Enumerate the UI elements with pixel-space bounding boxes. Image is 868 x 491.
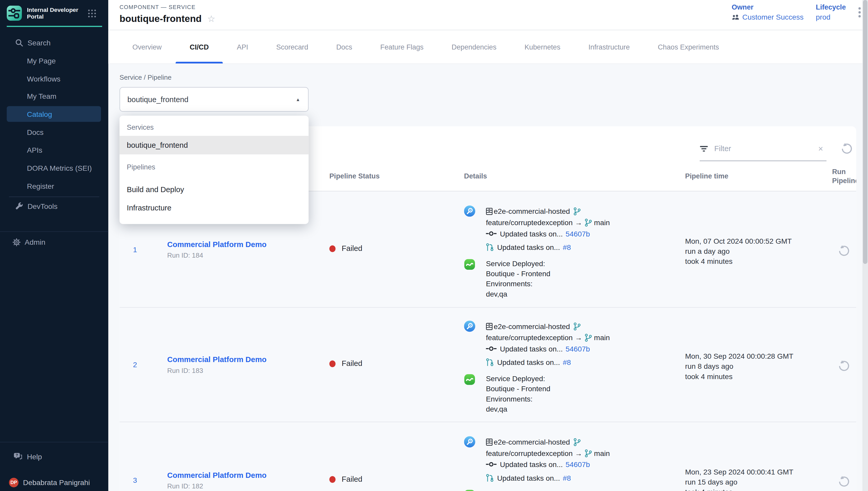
sidebar-item-apis[interactable]: APIs: [0, 142, 108, 158]
sidebar: Internal Developer Portal Search My Page…: [0, 0, 108, 491]
page-title: boutique-frontend: [120, 13, 202, 25]
commit-hash-link[interactable]: 54607b: [566, 229, 590, 238]
pipeline-time-cell: Mon, 07 Oct 2024 00:00:52 GMT run a day …: [685, 236, 792, 267]
pr-link[interactable]: #8: [563, 243, 571, 252]
table-row: 2 Commercial Platform Demo Run ID: 183 F…: [120, 307, 857, 422]
environments-label: Environments:: [486, 394, 550, 404]
arrow-right-icon: →: [575, 218, 582, 227]
wrench-icon: [15, 202, 23, 210]
tab-overview[interactable]: Overview: [118, 30, 176, 63]
page-scrollbar[interactable]: [862, 0, 868, 491]
branch-to[interactable]: main: [594, 218, 610, 227]
repo-name[interactable]: e2e-commercial-hosted: [494, 322, 570, 330]
refresh-icon[interactable]: [840, 143, 853, 155]
app-switcher-icon[interactable]: [88, 9, 97, 18]
sidebar-item-label: Docs: [27, 128, 43, 136]
column-header-run-pipeline: Run Pipeline: [832, 161, 857, 192]
pipeline-runs-list: 1 Commercial Platform Demo Run ID: 184 F…: [120, 191, 857, 491]
branch-from[interactable]: feature/corruptedexception: [486, 333, 572, 342]
tab-scorecard[interactable]: Scorecard: [262, 30, 322, 63]
sidebar-item-label: DevTools: [28, 202, 58, 210]
filter-input[interactable]: [713, 144, 818, 153]
sidebar-item-dora-metrics[interactable]: DORA Metrics (SEI): [0, 160, 108, 176]
search-icon: [15, 39, 23, 47]
brand[interactable]: Internal Developer Portal: [7, 6, 83, 21]
pr-link[interactable]: #8: [563, 473, 571, 482]
entity-header: COMPONENT — SERVICE boutique-frontend ☆ …: [108, 0, 862, 30]
table-row: 3 Commercial Platform Demo Run ID: 182 F…: [120, 422, 857, 491]
tab-docs[interactable]: Docs: [322, 30, 366, 63]
branch-from[interactable]: feature/corruptedexception: [486, 449, 572, 458]
sidebar-item-docs[interactable]: Docs: [0, 124, 108, 140]
commit-message: Updated tasks on...: [500, 345, 563, 353]
sidebar-divider: [0, 231, 108, 232]
run-id: Run ID: 182: [167, 482, 324, 490]
rerun-pipeline-icon[interactable]: [838, 475, 850, 488]
commit-message: Updated tasks on...: [500, 460, 563, 468]
pipeline-run-link[interactable]: Commercial Platform Demo: [167, 240, 324, 249]
commit-icon: [486, 230, 496, 237]
tab-api[interactable]: API: [223, 30, 262, 63]
repo-name[interactable]: e2e-commercial-hosted: [494, 207, 570, 215]
sidebar-item-search[interactable]: Search: [0, 35, 108, 51]
sidebar-item-admin[interactable]: Admin: [0, 234, 108, 250]
help-button[interactable]: ? Help: [13, 451, 42, 462]
pipeline-run-link[interactable]: Commercial Platform Demo: [167, 355, 324, 364]
more-options-icon[interactable]: [859, 7, 861, 19]
clear-filter-icon[interactable]: ×: [818, 144, 823, 153]
branch-to[interactable]: main: [594, 449, 610, 458]
branch-from[interactable]: feature/corruptedexception: [486, 218, 572, 227]
sidebar-item-workflows[interactable]: Workflows: [0, 71, 108, 86]
user-menu[interactable]: DP Debabrata Panigrahi: [9, 476, 90, 488]
environments-value: dev,qa: [486, 404, 550, 414]
rerun-pipeline-icon[interactable]: [838, 245, 850, 257]
row-number: 2: [133, 360, 137, 369]
run-id: Run ID: 184: [167, 252, 324, 259]
run-relative-time: run 8 days ago: [685, 362, 793, 372]
owner-value-link[interactable]: Customer Success: [742, 13, 804, 21]
scrollbar-thumb[interactable]: [863, 0, 867, 264]
sidebar-item-label: Search: [28, 38, 51, 47]
team-icon: [732, 14, 739, 20]
tab-feature-flags[interactable]: Feature Flags: [366, 30, 438, 63]
commit-icon: [486, 461, 496, 467]
tab-chaos-experiments[interactable]: Chaos Experiments: [644, 30, 733, 63]
pr-message: Updated tasks on...: [497, 358, 560, 367]
tab-dependencies[interactable]: Dependencies: [438, 30, 510, 63]
sidebar-item-catalog[interactable]: Catalog: [7, 106, 101, 122]
favorite-star-icon[interactable]: ☆: [207, 15, 215, 24]
service-pipeline-select[interactable]: boutique_frontend ▲: [120, 87, 309, 112]
sidebar-item-my-page[interactable]: My Page: [0, 53, 108, 68]
git-branch-icon: [574, 207, 581, 215]
sidebar-item-label: Admin: [25, 238, 45, 246]
details-cell: e2e-commercial-hosted feature/corruptede…: [464, 436, 685, 491]
sidebar-item-register[interactable]: Register: [0, 178, 108, 194]
pipeline-run-link[interactable]: Commercial Platform Demo: [167, 471, 324, 480]
sidebar-item-my-team[interactable]: My Team: [0, 88, 108, 104]
rerun-pipeline-icon[interactable]: [838, 360, 850, 372]
dropdown-option-boutique-frontend[interactable]: boutique_frontend: [120, 136, 309, 154]
tab-cicd[interactable]: CI/CD: [176, 30, 223, 63]
repo-icon: [486, 207, 493, 214]
run-timestamp: Mon, 30 Sep 2024 00:00:28 GMT: [685, 351, 793, 362]
deploy-title: Service Deployed:: [486, 489, 550, 491]
sidebar-item-label: My Page: [27, 56, 56, 65]
pr-link[interactable]: #8: [563, 358, 571, 367]
ci-stage-icon: [464, 321, 475, 332]
commit-hash-link[interactable]: 54607b: [566, 345, 590, 353]
tab-kubernetes[interactable]: Kubernetes: [510, 30, 575, 63]
run-duration: took 4 minutes: [685, 487, 793, 491]
deploy-service: Boutique - Frontend: [486, 269, 550, 279]
sidebar-item-devtools[interactable]: DevTools: [0, 198, 108, 214]
failed-dot-icon: [329, 360, 336, 367]
sidebar-item-label: My Team: [27, 92, 57, 100]
pull-request-icon: [486, 358, 494, 367]
status-badge: Failed: [329, 359, 362, 368]
branch-to[interactable]: main: [594, 333, 610, 342]
dropdown-option-infrastructure[interactable]: Infrastructure: [120, 199, 309, 218]
repo-name[interactable]: e2e-commercial-hosted: [494, 438, 570, 446]
dropdown-option-build-and-deploy[interactable]: Build and Deploy: [120, 180, 309, 199]
cd-stage-icon: [464, 489, 475, 491]
commit-hash-link[interactable]: 54607b: [566, 460, 590, 468]
tab-infrastructure[interactable]: Infrastructure: [575, 30, 644, 63]
